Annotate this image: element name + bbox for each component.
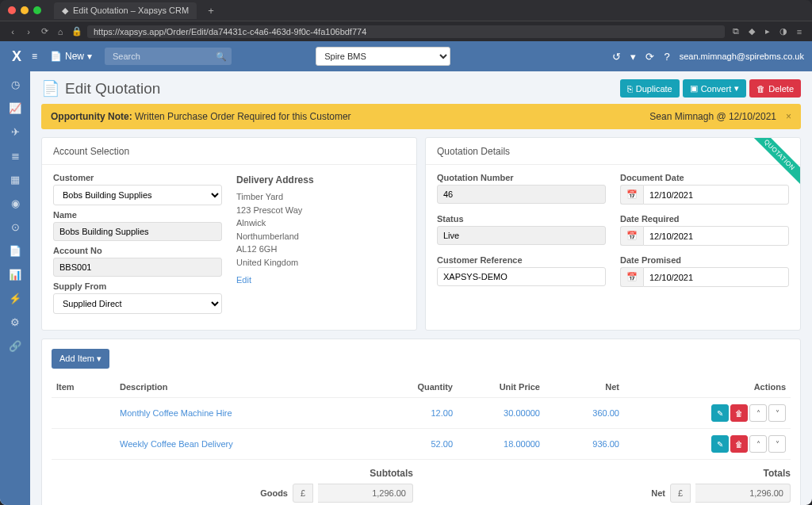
- cell-description[interactable]: Weekly Coffee Bean Delivery: [115, 429, 386, 460]
- duplicate-button[interactable]: ⎘Duplicate: [620, 79, 680, 98]
- qnumber-input: [437, 185, 606, 204]
- cell-net[interactable]: 360.00: [545, 398, 624, 429]
- extension2-icon[interactable]: ▸: [763, 26, 772, 36]
- sidebar-doc-icon[interactable]: 📄: [9, 244, 21, 257]
- custref-input[interactable]: [437, 267, 606, 286]
- lock-icon: 🔒: [71, 26, 81, 36]
- sidebar-plug-icon[interactable]: ⚡: [9, 292, 21, 304]
- cell-quantity[interactable]: 12.00: [386, 398, 458, 429]
- nav-reload-icon[interactable]: ⟳: [40, 26, 49, 36]
- extension3-icon[interactable]: ◑: [779, 26, 788, 36]
- row-delete-button[interactable]: 🗑: [730, 435, 748, 453]
- totals-block: Subtotals Goods£1,296.00 Charges£0.00 Di…: [52, 468, 791, 505]
- sidebar-gear-icon[interactable]: ⚙: [9, 316, 21, 328]
- document-icon: 📄: [41, 79, 60, 98]
- sidebar-charts-icon[interactable]: 📈: [9, 101, 21, 114]
- browser-urlbar: ‹ › ⟳ ⌂ 🔒 https://xapsys.app/Order/Edit/…: [0, 21, 812, 41]
- account-panel: Account Selection Customer Bobs Building…: [41, 137, 417, 331]
- sidebar-link-icon[interactable]: 🔗: [9, 339, 21, 352]
- sidebar-bars-icon[interactable]: 📊: [9, 268, 21, 281]
- sidebar-list-icon[interactable]: ≣: [9, 149, 21, 162]
- row-up-button[interactable]: ˄: [749, 435, 767, 453]
- alert-prefix: Opportunity Note:: [51, 111, 132, 122]
- new-tab-button[interactable]: +: [208, 5, 214, 17]
- status-label: Status: [437, 214, 606, 224]
- app-root: X ≡ 📄 New ▾ 🔍 Spire BMS ↺ ▾ ⟳ ? se: [0, 41, 812, 505]
- delivery-address-title: Delivery Address: [236, 173, 405, 187]
- row-edit-button[interactable]: ✎: [711, 435, 729, 453]
- add-item-button[interactable]: Add Item ▾: [52, 349, 109, 369]
- window-close-icon[interactable]: [8, 6, 16, 14]
- items-section: Add Item ▾ Item Description Quantity Uni…: [41, 339, 801, 505]
- row-down-button[interactable]: ˅: [768, 404, 786, 422]
- sidebar-target-icon[interactable]: ⊙: [9, 220, 21, 233]
- convert-button[interactable]: ▣Convert▾: [683, 79, 747, 98]
- user-email[interactable]: sean.mimnagh@spirebms.co.uk: [680, 52, 804, 61]
- delete-button[interactable]: 🗑Delete: [749, 79, 801, 98]
- th-quantity: Quantity: [386, 377, 458, 398]
- browser-tab[interactable]: ◆ Edit Quotation – Xapsys CRM: [54, 2, 197, 19]
- nav-forward-icon[interactable]: ›: [24, 27, 33, 36]
- table-row: Weekly Coffee Bean Delivery 52.00 18.000…: [52, 429, 791, 460]
- address-line: Timber Yard: [236, 190, 405, 204]
- cell-quantity[interactable]: 52.00: [386, 429, 458, 460]
- totals-header: Totals: [429, 468, 791, 479]
- help-icon[interactable]: ?: [664, 51, 669, 63]
- row-down-button[interactable]: ˅: [768, 435, 786, 453]
- sidebar-bulb-icon[interactable]: ◉: [9, 197, 21, 209]
- accountno-input: [53, 258, 222, 277]
- search-icon[interactable]: 🔍: [216, 52, 227, 62]
- customer-select[interactable]: Bobs Building Supplies: [53, 185, 222, 205]
- sidebar: ◷ 📈 ✈ ≣ ▦ ◉ ⊙ 📄 📊 ⚡ ⚙ 🔗: [0, 71, 30, 505]
- goods-value: 1,296.00: [318, 484, 413, 503]
- refresh-icon[interactable]: ⟳: [645, 51, 654, 63]
- sidebar-send-icon[interactable]: ✈: [9, 125, 21, 138]
- account-panel-header: Account Selection: [42, 138, 416, 165]
- row-delete-button[interactable]: 🗑: [730, 404, 748, 422]
- new-button[interactable]: 📄 New ▾: [44, 48, 98, 65]
- window-minimize-icon[interactable]: [21, 6, 29, 14]
- extensions-icon[interactable]: ⧉: [731, 26, 741, 36]
- custref-label: Customer Reference: [437, 255, 606, 265]
- daterequired-input[interactable]: [643, 226, 789, 246]
- new-button-label: New: [65, 51, 84, 62]
- org-selector[interactable]: Spire BMS: [316, 47, 450, 66]
- chevron-down-icon: ▾: [734, 83, 739, 94]
- calendar-icon[interactable]: 📅: [620, 185, 643, 205]
- alert-meta: Sean Mimnagh @ 12/10/2021: [649, 111, 776, 122]
- datepromised-input[interactable]: [643, 267, 789, 287]
- currency-symbol: £: [293, 484, 313, 503]
- cell-unitprice[interactable]: 18.00000: [458, 429, 545, 460]
- file-icon: 📄: [50, 51, 62, 62]
- cell-description[interactable]: Monthly Coffee Machine Hire: [115, 398, 386, 429]
- nav-back-icon[interactable]: ‹: [8, 27, 17, 36]
- history-icon[interactable]: ↺: [612, 51, 621, 63]
- cell-item[interactable]: [52, 398, 115, 429]
- delivery-address-block: Delivery Address Timber Yard 123 Prescot…: [236, 173, 405, 319]
- chevron-down-icon[interactable]: ▾: [630, 51, 636, 63]
- url-input[interactable]: https://xapsys.app/Order/Edit/da74431c-c…: [87, 25, 725, 38]
- nav-home-icon[interactable]: ⌂: [56, 27, 65, 36]
- app-logo[interactable]: X: [8, 48, 25, 65]
- shield-icon[interactable]: ◆: [747, 26, 756, 36]
- window-maximize-icon[interactable]: [33, 6, 41, 14]
- cell-unitprice[interactable]: 30.00000: [458, 398, 545, 429]
- search-input[interactable]: [105, 48, 232, 65]
- menu-icon[interactable]: ≡: [795, 27, 804, 36]
- currency-symbol: £: [670, 484, 691, 503]
- calendar-icon[interactable]: 📅: [620, 267, 643, 287]
- edit-address-link[interactable]: Edit: [236, 274, 251, 287]
- net-value: 1,296.00: [695, 484, 791, 503]
- calendar-icon[interactable]: 📅: [620, 226, 643, 246]
- row-edit-button[interactable]: ✎: [711, 404, 729, 422]
- cell-net[interactable]: 936.00: [545, 429, 624, 460]
- cell-item[interactable]: [52, 429, 115, 460]
- row-up-button[interactable]: ˄: [749, 404, 767, 422]
- sidebar-building-icon[interactable]: ▦: [9, 173, 21, 186]
- net-label: Net: [429, 488, 665, 498]
- supplyfrom-select[interactable]: Supplied Direct: [53, 293, 222, 314]
- sidebar-dashboard-icon[interactable]: ◷: [9, 78, 21, 90]
- sidebar-toggle-icon[interactable]: ≡: [32, 51, 37, 62]
- alert-close-icon[interactable]: ×: [786, 111, 791, 122]
- address-line: AL12 6GH: [236, 243, 405, 256]
